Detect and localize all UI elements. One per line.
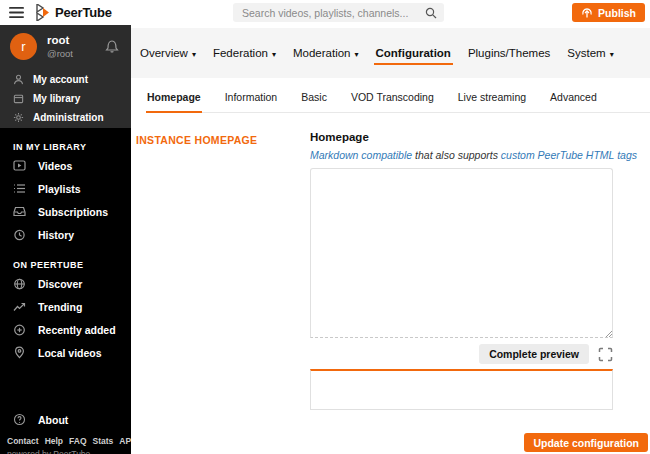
update-configuration-button[interactable]: Update configuration [524, 433, 648, 452]
sidebar-item-label: Playlists [38, 183, 81, 195]
hint-middle-text: that also supports [412, 149, 501, 161]
nav-item-moderation[interactable]: Moderation▾ [291, 43, 361, 63]
question-circle-icon [13, 413, 26, 426]
gear-icon [13, 112, 24, 123]
sidebar-item-discover[interactable]: Discover [0, 272, 131, 295]
sidebar-item-label: About [38, 414, 68, 426]
resize-grip-icon[interactable] [605, 330, 613, 338]
sidebar-item-playlists[interactable]: Playlists [0, 177, 131, 200]
nav-label: Configuration [376, 47, 451, 59]
sidebar-item-trending[interactable]: Trending [0, 295, 131, 318]
sidebar-item-label: Subscriptions [38, 206, 108, 218]
chevron-down-icon: ▾ [192, 50, 196, 59]
globe-icon [13, 278, 26, 290]
tab-vod-transcoding[interactable]: VOD Transcoding [350, 85, 435, 112]
footer-link-help[interactable]: Help [45, 436, 63, 446]
sidebar-item-administration[interactable]: Administration [0, 108, 131, 127]
nav-item-plugins-themes[interactable]: Plugins/Themes [466, 43, 552, 63]
sidebar-item-subscriptions[interactable]: Subscriptions [0, 200, 131, 223]
config-tabs: Homepage Information Basic VOD Transcodi… [146, 85, 650, 113]
upload-icon [581, 7, 593, 18]
sidebar-item-local-videos[interactable]: Local videos [0, 341, 131, 364]
chevron-down-icon: ▾ [355, 50, 359, 59]
sidebar-item-my-account[interactable]: My account [0, 70, 131, 89]
playlists-icon [13, 183, 26, 194]
sidebar-footer-links: Contact Help FAQ Stats API [7, 436, 134, 446]
plus-circle-icon [13, 324, 26, 336]
footer-link-contact[interactable]: Contact [7, 436, 39, 446]
complete-preview-button[interactable]: Complete preview [479, 344, 589, 364]
sidebar-item-my-library[interactable]: My library [0, 89, 131, 108]
account-links: My account My library Administration [0, 70, 131, 127]
sidebar-item-label: Videos [38, 160, 72, 172]
trending-icon [13, 302, 26, 312]
main-area: Overview▾ Federation▾ Moderation▾ Config… [131, 25, 650, 454]
sidebar-item-about[interactable]: About [0, 408, 131, 431]
tab-homepage[interactable]: Homepage [146, 85, 202, 113]
subscriptions-inbox-icon [13, 206, 26, 217]
markdown-hint: Markdown compatible that also supports c… [310, 149, 637, 161]
sidebar-item-videos[interactable]: Videos [0, 154, 131, 177]
tab-live-streaming[interactable]: Live streaming [457, 85, 527, 112]
nav-label: System [567, 47, 605, 59]
menu-toggle-icon[interactable] [9, 6, 24, 19]
tab-basic[interactable]: Basic [300, 85, 328, 112]
top-bar: PeerTube Publish [0, 0, 650, 25]
section-title-on-peertube: ON PEERTUBE [13, 260, 131, 270]
nav-item-configuration[interactable]: Configuration [374, 43, 453, 63]
markdown-controls: Complete preview [310, 344, 613, 364]
user-block: r root @root My account My library [0, 25, 131, 128]
sidebar-item-label: Discover [38, 278, 82, 290]
footer-note: powered by PeerTube [7, 449, 90, 454]
tab-information[interactable]: Information [224, 85, 279, 112]
user-name[interactable]: root [47, 34, 69, 46]
tab-advanced[interactable]: Advanced [549, 85, 598, 112]
sidebar-item-label: My account [33, 74, 88, 85]
user-handle: @root [47, 48, 73, 59]
section-title-in-my-library: IN MY LIBRARY [13, 142, 131, 152]
publish-button[interactable]: Publish [572, 3, 645, 22]
videos-icon [13, 160, 26, 171]
chevron-down-icon: ▾ [610, 50, 614, 59]
sidebar-item-label: My library [33, 93, 80, 104]
nav-item-system[interactable]: System▾ [565, 43, 615, 63]
person-icon [13, 74, 24, 85]
sidebar-item-recently-added[interactable]: Recently added [0, 318, 131, 341]
sidebar: r root @root My account My library [0, 25, 131, 454]
peertube-logo-icon[interactable] [36, 4, 50, 21]
search-box [233, 3, 444, 22]
markdown-compatible-link[interactable]: Markdown compatible [310, 149, 412, 161]
chevron-down-icon: ▾ [272, 50, 276, 59]
search-input[interactable] [233, 3, 444, 22]
sidebar-item-label: Administration [33, 112, 104, 123]
maximize-editor-icon[interactable] [598, 347, 613, 362]
section-label-instance-homepage: INSTANCE HOMEPAGE [136, 134, 257, 146]
footer-link-stats[interactable]: Stats [93, 436, 114, 446]
history-clock-icon [13, 229, 26, 241]
search-icon[interactable] [425, 7, 437, 19]
about-row: About [0, 408, 131, 431]
sidebar-item-history[interactable]: History [0, 223, 131, 246]
footer-link-faq[interactable]: FAQ [69, 436, 86, 446]
nav-label: Plugins/Themes [468, 47, 550, 59]
nav-item-federation[interactable]: Federation▾ [211, 43, 278, 63]
nav-item-overview[interactable]: Overview▾ [138, 43, 198, 63]
nav-label: Federation [213, 47, 268, 59]
admin-nav: Overview▾ Federation▾ Moderation▾ Config… [131, 28, 650, 78]
app-title[interactable]: PeerTube [55, 5, 112, 20]
nav-label: Moderation [293, 47, 351, 59]
sidebar-item-label: History [38, 229, 74, 241]
field-label-homepage: Homepage [310, 131, 369, 143]
publish-label: Publish [598, 7, 636, 19]
map-pin-icon [13, 346, 26, 359]
library-box-icon [13, 93, 24, 104]
notifications-bell-icon[interactable] [105, 38, 119, 53]
markdown-preview-panel [310, 369, 613, 410]
sidebar-item-label: Trending [38, 301, 82, 313]
sidebar-item-label: Recently added [38, 324, 116, 336]
sidebar-item-label: Local videos [38, 347, 102, 359]
homepage-markdown-textarea[interactable] [310, 168, 613, 338]
peertube-html-tags-link[interactable]: custom PeerTube HTML tags [501, 149, 637, 161]
avatar[interactable]: r [10, 33, 37, 60]
nav-label: Overview [140, 47, 188, 59]
